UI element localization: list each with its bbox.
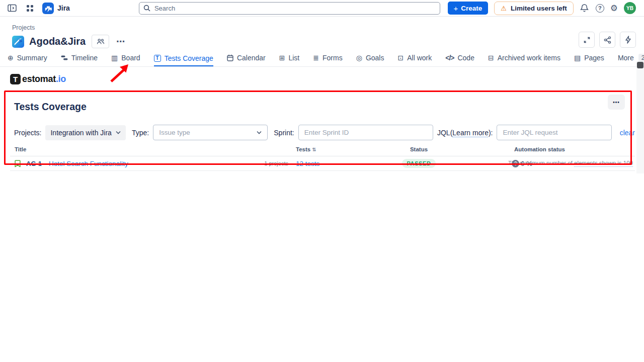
timeline-icon bbox=[61, 55, 68, 61]
project-title-row: Agoda&Jira ⋯ bbox=[12, 35, 644, 48]
archive-icon: ⊟ bbox=[488, 54, 494, 61]
app-switcher-icon[interactable] bbox=[25, 3, 35, 13]
bookmark-icon bbox=[15, 160, 21, 167]
tab-pages[interactable]: ▤ Pages bbox=[574, 54, 604, 66]
issue-key[interactable]: AG-1 bbox=[26, 160, 42, 167]
all-work-icon: ⊡ bbox=[397, 54, 404, 61]
plus-icon: + bbox=[454, 5, 458, 12]
code-icon: </> bbox=[445, 54, 454, 61]
tab-forms[interactable]: ≣ Forms bbox=[313, 54, 342, 66]
panel-title: Tests Coverage bbox=[14, 101, 644, 113]
tab-all-work[interactable]: ⊡ All work bbox=[397, 54, 432, 66]
testomat-logo-icon: T bbox=[10, 74, 21, 84]
chevron-down-icon bbox=[116, 131, 121, 134]
iframe-scrollbar-thumb[interactable] bbox=[637, 62, 643, 68]
projects-filter-label: Projects: bbox=[14, 129, 41, 137]
issue-type-select[interactable]: Issue type bbox=[153, 125, 268, 140]
pages-icon: ▤ bbox=[574, 54, 581, 61]
jira-logo-icon bbox=[42, 3, 54, 14]
breadcrumb[interactable]: Projects bbox=[12, 24, 35, 31]
people-icon bbox=[97, 38, 105, 45]
settings-gear-icon[interactable]: ⚙ bbox=[610, 4, 618, 13]
issue-title-link[interactable]: Hotel Search Functionality bbox=[49, 160, 128, 167]
tab-timeline[interactable]: Timeline bbox=[61, 54, 98, 66]
limited-users-button[interactable]: ⚠ Limited users left bbox=[494, 2, 573, 15]
project-more-icon[interactable]: ⋯ bbox=[114, 36, 127, 47]
project-tabs: ⊕ Summary Timeline ▥ Board T Tests Cover… bbox=[0, 48, 644, 67]
title-cell: AG-1 Hotel Search Functionality 1 projec… bbox=[10, 160, 289, 167]
global-search bbox=[139, 2, 440, 15]
type-filter-label: Type: bbox=[132, 129, 149, 137]
create-button-label: Create bbox=[461, 5, 482, 12]
project-members-button[interactable] bbox=[92, 35, 109, 48]
automation-status-cell: ? 0 % bbox=[473, 160, 606, 167]
calendar-icon bbox=[227, 54, 233, 61]
testomat-app-header: T estomat.io bbox=[0, 67, 644, 84]
topbar-right-group: + Create ⚠ Limited users left ? ⚙ YB bbox=[448, 2, 636, 15]
limited-users-label: Limited users left bbox=[511, 5, 567, 12]
warning-icon: ⚠ bbox=[501, 5, 507, 12]
header-actions bbox=[579, 32, 636, 48]
goals-icon: ◎ bbox=[356, 54, 362, 61]
status-cell: PASSED bbox=[365, 159, 473, 168]
more-count-badge: 2 bbox=[638, 54, 644, 62]
projects-dropdown-value: Integration with Jira bbox=[50, 129, 111, 137]
status-badge: PASSED bbox=[402, 159, 435, 168]
tab-code[interactable]: </> Code bbox=[445, 54, 474, 66]
table-row: AG-1 Hotel Search Functionality 1 projec… bbox=[10, 156, 635, 171]
iframe-scrollbar-track[interactable] bbox=[636, 61, 644, 173]
question-circle-icon[interactable]: ? bbox=[512, 160, 519, 167]
user-avatar[interactable]: YB bbox=[624, 2, 636, 14]
tab-list[interactable]: ⊞ List bbox=[279, 54, 300, 66]
jql-input[interactable] bbox=[497, 125, 611, 140]
search-icon bbox=[143, 5, 150, 12]
tab-archived-work-items[interactable]: ⊟ Archived work items bbox=[488, 54, 560, 66]
testomat-logo-tld: .io bbox=[56, 74, 66, 84]
create-button[interactable]: + Create bbox=[448, 2, 489, 15]
projects-count: 1 projects bbox=[264, 160, 288, 166]
tab-goals[interactable]: ◎ Goals bbox=[356, 54, 384, 66]
sprint-input[interactable] bbox=[298, 125, 433, 140]
automation-button[interactable] bbox=[620, 32, 636, 48]
jql-filter-label: JQL(Learn more): bbox=[437, 129, 493, 137]
globe-icon: ⊕ bbox=[8, 54, 14, 61]
project-avatar bbox=[12, 36, 24, 48]
top-navigation-bar: Jira + Create ⚠ Limited users left ? ⚙ Y… bbox=[0, 0, 644, 17]
testomat-logo: T estomat.io bbox=[10, 74, 66, 84]
table-header-row: Title Tests⇅ Status Automation status bbox=[10, 143, 635, 156]
projects-dropdown[interactable]: Integration with Jira bbox=[45, 125, 125, 140]
learn-more-link[interactable]: Learn more bbox=[452, 129, 489, 137]
chevron-down-icon bbox=[257, 131, 262, 134]
notifications-bell-icon[interactable] bbox=[580, 3, 590, 13]
clear-filters-link[interactable]: clear bbox=[620, 129, 635, 137]
list-icon: ⊞ bbox=[279, 54, 285, 61]
board-icon: ▥ bbox=[111, 54, 118, 61]
sidebar-toggle-icon[interactable] bbox=[7, 3, 17, 13]
share-button[interactable] bbox=[599, 32, 615, 48]
search-input[interactable] bbox=[139, 2, 440, 15]
tab-summary[interactable]: ⊕ Summary bbox=[8, 54, 47, 66]
column-header-automation-status: Automation status bbox=[473, 146, 606, 152]
tests-count-link[interactable]: 12 tests bbox=[296, 160, 319, 167]
expand-button[interactable] bbox=[579, 32, 595, 48]
jira-home-link[interactable]: Jira bbox=[42, 3, 70, 14]
filters-row: Projects: Integration with Jira Type: Is… bbox=[14, 125, 635, 140]
tests-coverage-icon: T bbox=[154, 55, 161, 62]
help-icon[interactable]: ? bbox=[596, 4, 604, 13]
sprint-filter-label: Sprint: bbox=[274, 129, 294, 137]
tab-tests-coverage[interactable]: T Tests Coverage bbox=[154, 54, 213, 67]
coverage-table: Title Tests⇅ Status Automation status AG… bbox=[10, 143, 635, 171]
column-header-tests[interactable]: Tests⇅ bbox=[289, 146, 365, 152]
page-title-project: Agoda&Jira bbox=[29, 36, 86, 47]
share-icon bbox=[604, 36, 611, 44]
tab-calendar[interactable]: Calendar bbox=[227, 54, 266, 66]
automation-percent: 0 % bbox=[521, 160, 532, 167]
panel-more-button[interactable]: ••• bbox=[608, 95, 625, 110]
tests-cell: 12 tests bbox=[289, 160, 365, 167]
app-name: Jira bbox=[57, 4, 70, 12]
forms-icon: ≣ bbox=[313, 54, 319, 61]
issue-type-placeholder: Issue type bbox=[159, 129, 190, 136]
tab-board[interactable]: ▥ Board bbox=[111, 54, 140, 66]
lightning-icon bbox=[625, 36, 631, 44]
testomat-logo-word: estomat bbox=[22, 74, 56, 84]
